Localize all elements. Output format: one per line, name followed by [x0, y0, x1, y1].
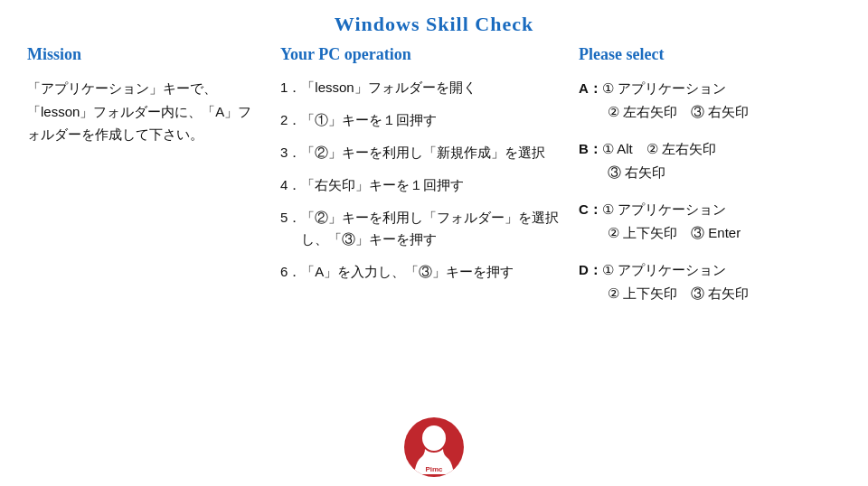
operation-step-2: 2．「①」キーを１回押す	[280, 109, 561, 131]
option-line2: ② 上下矢印 ③ 右矢印	[579, 285, 749, 301]
operation-step-3: 3．「②」キーを利用し「新規作成」を選択	[280, 142, 561, 164]
operation-column: Your PC operation 1．「lesson」フォルダーを開く2．「①…	[271, 45, 570, 319]
step-number: 2．	[280, 109, 301, 131]
step-number: 4．	[280, 174, 301, 196]
step-number: 1．	[280, 77, 301, 98]
mission-heading: Mission	[27, 45, 262, 64]
select-option-D: D：① アプリケーション② 上下矢印 ③ 右矢印	[579, 258, 832, 304]
mission-column: Mission 「アプリケーション」キーで、「lesson」フォルダー内に、「A…	[18, 45, 271, 319]
step-text: 「A」を入力し、「③」キーを押す	[301, 261, 561, 283]
option-line2: ② 上下矢印 ③ Enter	[579, 225, 741, 240]
select-option-C: C：① アプリケーション② 上下矢印 ③ Enter	[579, 198, 832, 244]
step-text: 「②」キーを利用し「フォルダー」を選択し、「③」キーを押す	[301, 207, 561, 250]
option-label: A：	[579, 80, 602, 96]
option-label: C：	[579, 201, 602, 217]
step-text: 「②」キーを利用し「新規作成」を選択	[301, 142, 561, 164]
select-options-list: A：① アプリケーション② 左右矢印 ③ 右矢印B：① Alt ② 左右矢印③ …	[579, 77, 832, 304]
option-label: B：	[579, 141, 602, 156]
logo-circle: Pimc	[404, 417, 464, 477]
step-number: 5．	[280, 207, 301, 229]
operation-step-6: 6．「A」を入力し、「③」キーを押す	[280, 261, 561, 283]
option-line2: ② 左右矢印 ③ 右矢印	[579, 104, 749, 119]
step-number: 3．	[280, 142, 301, 164]
step-text: 「lesson」フォルダーを開く	[301, 77, 561, 98]
logo-svg: Pimc	[407, 420, 461, 474]
logo-area: Pimc	[0, 417, 868, 477]
operation-step-1: 1．「lesson」フォルダーを開く	[280, 77, 561, 98]
select-option-A: A：① アプリケーション② 左右矢印 ③ 右矢印	[579, 77, 832, 123]
svg-point-0	[422, 425, 446, 451]
step-text: 「右矢印」キーを１回押す	[301, 174, 561, 196]
page-title: Windows Skill Check	[335, 13, 533, 35]
select-column: Please select A：① アプリケーション② 左右矢印 ③ 右矢印B：…	[570, 45, 841, 319]
option-line2: ③ 右矢印	[579, 164, 665, 180]
operation-step-5: 5．「②」キーを利用し「フォルダー」を選択し、「③」キーを押す	[280, 207, 561, 250]
select-heading: Please select	[579, 45, 832, 64]
operation-step-4: 4．「右矢印」キーを１回押す	[280, 174, 561, 196]
main-content: Mission 「アプリケーション」キーで、「lesson」フォルダー内に、「A…	[0, 45, 868, 319]
operation-heading: Your PC operation	[280, 45, 561, 64]
select-option-B: B：① Alt ② 左右矢印③ 右矢印	[579, 137, 832, 183]
mission-text: 「アプリケーション」キーで、「lesson」フォルダー内に、「A」フォルダーを作…	[27, 77, 262, 146]
option-label: D：	[579, 262, 602, 277]
svg-text:Pimc: Pimc	[425, 465, 443, 473]
step-number: 6．	[280, 261, 301, 283]
operation-list: 1．「lesson」フォルダーを開く2．「①」キーを１回押す3．「②」キーを利用…	[280, 77, 561, 283]
header: Windows Skill Check	[0, 0, 868, 45]
step-text: 「①」キーを１回押す	[301, 109, 561, 131]
